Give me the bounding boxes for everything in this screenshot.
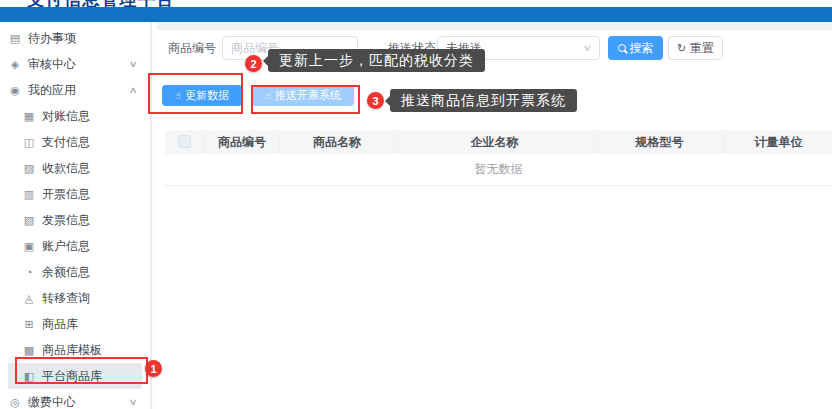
sidebar-item-label: 我的应用	[28, 82, 76, 99]
column-header-product-code: 商品编号	[205, 130, 280, 154]
search-icon	[618, 44, 626, 52]
refresh-icon: ↻	[677, 42, 686, 55]
sidebar-item-label: 收款信息	[42, 160, 90, 177]
push-status-label: 推送状态	[388, 35, 436, 61]
sidebar-item-invoice-info[interactable]: ▧ 发票信息	[0, 207, 150, 233]
app-title-bar: 支付信息管理平台	[0, 0, 832, 7]
column-header-unit: 计量单位	[725, 130, 832, 154]
column-header-spec-model: 规格型号	[595, 130, 725, 154]
sidebar-item-account-info[interactable]: ▣ 账户信息	[0, 233, 150, 259]
push-invoicing-system-button[interactable]: ☝ 推送开票系统	[252, 85, 354, 106]
product-library-icon: ⊞	[22, 318, 36, 331]
header-blue-bar	[0, 7, 832, 22]
column-header-company-name: 企业名称	[395, 130, 595, 154]
my-apps-icon: ◉	[8, 84, 22, 97]
push-status-value: 未推送	[446, 40, 482, 57]
content-top-strip	[157, 22, 832, 30]
app-layout: ▤ 待办事项 ◈ 审核中心 ∨ ◉ 我的应用 ∧ ▦ 对账信息 ◫ 支付信息 ▨…	[0, 22, 832, 409]
fee-center-icon: ◎	[8, 396, 22, 409]
sidebar-item-my-apps[interactable]: ◉ 我的应用 ∧	[0, 77, 150, 103]
sidebar-item-invoicing-info[interactable]: ▥ 开票信息	[0, 181, 150, 207]
sidebar-item-label: 待办事项	[28, 30, 76, 47]
push-invoicing-system-label: 推送开票系统	[275, 88, 341, 103]
sidebar-item-balance-info[interactable]: ◔ 余额信息	[0, 259, 150, 285]
product-code-input[interactable]	[222, 36, 358, 60]
column-header-product-name: 商品名称	[280, 130, 395, 154]
sidebar-item-label: 对账信息	[42, 108, 90, 125]
sidebar-item-label: 余额信息	[42, 264, 90, 281]
page-title: 支付信息管理平台	[27, 0, 175, 7]
sidebar-item-label: 支付信息	[42, 134, 90, 151]
sidebar-item-collection-info[interactable]: ▨ 收款信息	[0, 155, 150, 181]
table-header-row: 商品编号 商品名称 企业名称 规格型号 计量单位	[165, 130, 832, 154]
product-library-template-icon: ▩	[22, 344, 36, 357]
product-code-label: 商品编号	[168, 35, 216, 61]
sidebar-item-fee-center[interactable]: ◎ 缴费中心 ∨	[0, 389, 150, 409]
chevron-up-icon: ∧	[129, 85, 138, 95]
balance-info-icon: ◔	[22, 266, 36, 278]
todo-list-icon: ▤	[8, 32, 22, 45]
product-table: 商品编号 商品名称 企业名称 规格型号 计量单位 暂无数据	[165, 130, 832, 186]
sidebar-item-label: 转移查询	[42, 290, 90, 307]
sidebar-item-product-library-template[interactable]: ▩ 商品库模板	[0, 337, 150, 363]
table-empty-state: 暂无数据	[165, 154, 832, 186]
payment-info-icon: ◫	[22, 136, 36, 149]
chevron-down-icon: ∨	[129, 59, 138, 69]
sidebar-item-label: 发票信息	[42, 212, 90, 229]
sidebar-item-transfer-query[interactable]: ◬ 转移查询	[0, 285, 150, 311]
sidebar-item-label: 商品库	[42, 316, 78, 333]
push-status-select[interactable]: 未推送 ∨	[437, 36, 600, 60]
sidebar-divider	[150, 22, 157, 409]
sidebar: ▤ 待办事项 ◈ 审核中心 ∨ ◉ 我的应用 ∧ ▦ 对账信息 ◫ 支付信息 ▨…	[0, 22, 150, 409]
chevron-down-icon: ∨	[129, 397, 138, 407]
reconciliation-icon: ▦	[22, 110, 36, 123]
select-all-checkbox[interactable]	[178, 135, 191, 148]
account-info-icon: ▣	[22, 240, 36, 253]
search-button-label: 搜索	[630, 40, 654, 57]
sidebar-item-label: 审核中心	[28, 56, 76, 73]
hand-icon: ☝	[175, 90, 181, 101]
sidebar-item-label: 账户信息	[42, 238, 90, 255]
sidebar-item-payment-info[interactable]: ◫ 支付信息	[0, 129, 150, 155]
platform-product-library-icon: ◧	[22, 370, 36, 383]
sidebar-item-todo[interactable]: ▤ 待办事项	[0, 25, 150, 51]
select-all-cell	[165, 130, 205, 154]
sidebar-item-platform-product-library[interactable]: ◧ 平台商品库	[8, 363, 142, 389]
main-content: 商品编号 推送状态 未推送 ∨ 搜索 ↻ 重置 ☝ 更新数据 ☝ 推送开票系统	[157, 22, 832, 409]
update-data-label: 更新数据	[185, 88, 229, 103]
sidebar-item-label: 平台商品库	[42, 368, 102, 385]
search-button[interactable]: 搜索	[608, 36, 663, 60]
transfer-query-icon: ◬	[22, 292, 36, 305]
update-data-button[interactable]: ☝ 更新数据	[162, 85, 242, 106]
sidebar-item-label: 商品库模板	[42, 342, 102, 359]
invoicing-info-icon: ▥	[22, 188, 36, 201]
collection-info-icon: ▨	[22, 162, 36, 175]
reset-button-label: 重置	[690, 40, 714, 57]
hand-icon: ☝	[265, 90, 271, 101]
audit-center-icon: ◈	[8, 58, 22, 71]
invoice-info-icon: ▧	[22, 214, 36, 227]
sidebar-item-reconciliation-info[interactable]: ▦ 对账信息	[0, 103, 150, 129]
sidebar-item-product-library[interactable]: ⊞ 商品库	[0, 311, 150, 337]
chevron-down-icon: ∨	[583, 43, 592, 53]
reset-button[interactable]: ↻ 重置	[668, 36, 723, 60]
sidebar-item-label: 缴费中心	[28, 394, 76, 409]
sidebar-item-label: 开票信息	[42, 186, 90, 203]
sidebar-item-audit-center[interactable]: ◈ 审核中心 ∨	[0, 51, 150, 77]
